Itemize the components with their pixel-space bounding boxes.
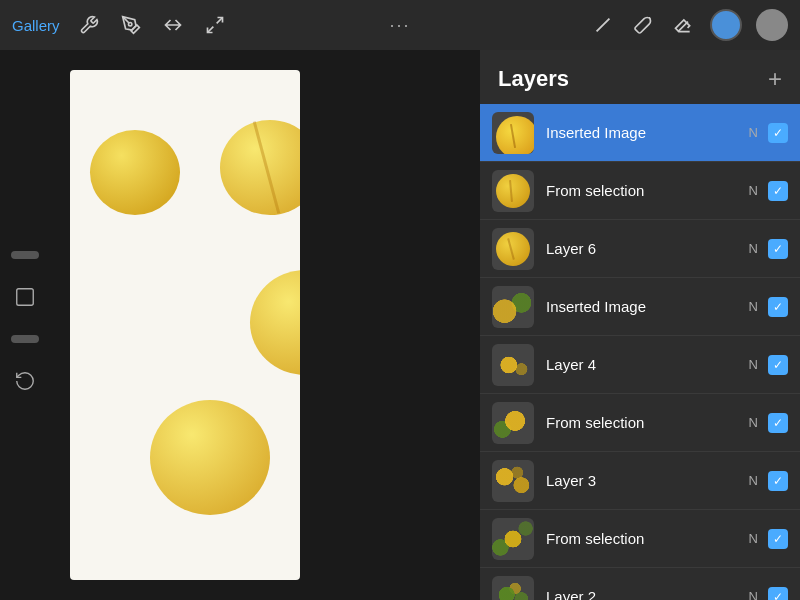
layer-visibility-check[interactable] — [768, 529, 788, 549]
undo-tool[interactable] — [7, 363, 43, 399]
layer-visibility-check[interactable] — [768, 123, 788, 143]
layer-name: Inserted Image — [546, 298, 749, 315]
layer-visibility-check[interactable] — [768, 297, 788, 317]
layer-mode: N — [749, 415, 758, 430]
layer-thumbnail — [492, 112, 534, 154]
layer-item[interactable]: From selection N — [480, 162, 800, 220]
drawing-canvas[interactable] — [50, 50, 320, 600]
layer-thumbnail — [492, 228, 534, 270]
layer-name: Layer 2 — [546, 588, 749, 600]
layer-mode: N — [749, 183, 758, 198]
wrench-tool[interactable] — [76, 12, 102, 38]
layer-item[interactable]: From selection N — [480, 510, 800, 568]
lemon-middle — [250, 270, 300, 375]
layer-mode: N — [749, 125, 758, 140]
brush-size-slider[interactable] — [11, 251, 39, 259]
layer-item[interactable]: Inserted Image N — [480, 104, 800, 162]
layer-mode: N — [749, 241, 758, 256]
brush-tool[interactable] — [118, 12, 144, 38]
opacity-slider[interactable] — [11, 335, 39, 343]
layer-name: Layer 4 — [546, 356, 749, 373]
toolbar-left: Gallery — [12, 12, 228, 38]
layer-mode: N — [749, 531, 758, 546]
transform-tool[interactable] — [202, 12, 228, 38]
layers-panel: Layers + Inserted Image N From selection… — [480, 50, 800, 600]
lemon-bottom-left — [150, 400, 270, 515]
layer-item[interactable]: From selection N — [480, 394, 800, 452]
svg-line-1 — [216, 18, 222, 24]
layers-title: Layers — [498, 66, 569, 92]
layer-thumbnail — [492, 518, 534, 560]
layer-thumbnail — [492, 576, 534, 601]
svg-line-2 — [207, 27, 213, 33]
layer-visibility-check[interactable] — [768, 471, 788, 491]
lemon-top-left — [90, 130, 180, 215]
layers-list: Inserted Image N From selection N Layer … — [480, 104, 800, 600]
layer-name: From selection — [546, 182, 749, 199]
layer-visibility-check[interactable] — [768, 413, 788, 433]
layer-thumbnail — [492, 170, 534, 212]
layer-thumbnail — [492, 402, 534, 444]
layer-name: Layer 3 — [546, 472, 749, 489]
toolbar-right — [590, 9, 788, 41]
gallery-button[interactable]: Gallery — [12, 17, 60, 34]
smudge-tool[interactable] — [160, 12, 186, 38]
layer-visibility-check[interactable] — [768, 239, 788, 259]
layer-thumbnail — [492, 286, 534, 328]
add-layer-button[interactable]: + — [768, 67, 782, 91]
toolbar: Gallery ··· — [0, 0, 800, 50]
layer-name: Inserted Image — [546, 124, 749, 141]
eyedropper-icon[interactable] — [630, 12, 656, 38]
layer-item[interactable]: Inserted Image N — [480, 278, 800, 336]
avatar[interactable] — [756, 9, 788, 41]
layer-name: From selection — [546, 530, 749, 547]
layer-mode: N — [749, 299, 758, 314]
line-tool-icon[interactable] — [590, 12, 616, 38]
canvas-surface — [70, 70, 300, 580]
toolbar-center: ··· — [389, 15, 410, 36]
lemon-halved-top — [220, 120, 300, 215]
more-options[interactable]: ··· — [389, 15, 410, 36]
layer-name: From selection — [546, 414, 749, 431]
layer-visibility-check[interactable] — [768, 355, 788, 375]
layers-header: Layers + — [480, 50, 800, 104]
layer-item[interactable]: Layer 2 N — [480, 568, 800, 600]
layer-item[interactable]: Layer 4 N — [480, 336, 800, 394]
layer-visibility-check[interactable] — [768, 587, 788, 601]
svg-rect-4 — [17, 289, 34, 306]
layer-thumbnail — [492, 460, 534, 502]
layer-mode: N — [749, 473, 758, 488]
layer-item[interactable]: Layer 3 N — [480, 452, 800, 510]
layer-item[interactable]: Layer 6 N — [480, 220, 800, 278]
selection-tool[interactable] — [7, 279, 43, 315]
layer-mode: N — [749, 357, 758, 372]
left-toolbar — [0, 50, 50, 600]
layer-thumbnail — [492, 344, 534, 386]
layer-mode: N — [749, 589, 758, 600]
layer-visibility-check[interactable] — [768, 181, 788, 201]
svg-line-3 — [597, 19, 610, 32]
layer-name: Layer 6 — [546, 240, 749, 257]
color-picker[interactable] — [710, 9, 742, 41]
svg-point-0 — [128, 23, 131, 26]
eraser-icon[interactable] — [670, 12, 696, 38]
